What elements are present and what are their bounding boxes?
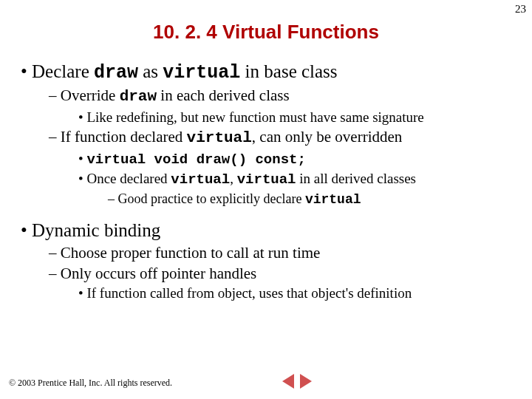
code-virtual: virtual [187,129,252,146]
slide-body: Declare draw as virtual in base class Ov… [21,60,517,302]
text: as [138,61,163,81]
text: Good practice to explicitly declare [118,191,305,206]
bullet-only-pointer: Only occurs off pointer handles [49,264,517,283]
text: , [230,171,237,186]
bullet-virtual-signature: virtual void draw() const; [78,150,517,169]
text: in each derived class [157,86,290,104]
text: Dynamic binding [32,220,160,240]
text: , can only be overridden [252,128,403,146]
text: If function called from object, uses tha… [86,285,412,301]
text: in all derived classes [296,171,417,186]
text: Like redefining, but new function must h… [86,109,423,125]
bullet-from-object: If function called from object, uses tha… [78,284,517,302]
bullet-like-redefining: Like redefining, but new function must h… [78,109,517,126]
footer: © 2003 Prentice Hall, Inc. All rights re… [9,378,523,389]
copyright-text: © 2003 Prentice Hall, Inc. All rights re… [9,378,172,389]
next-arrow-icon[interactable] [300,374,312,389]
text: Choose proper function to call at run ti… [61,244,321,262]
text: Only occurs off pointer handles [61,265,257,282]
bullet-choose-proper: Choose proper function to call at run ti… [49,243,517,262]
prev-arrow-icon[interactable] [282,374,294,389]
code-draw: draw [120,88,157,105]
nav-arrows [281,374,313,392]
code-virtual: virtual [305,192,361,207]
bullet-override-draw: Override draw in each derived class [49,86,517,106]
bullet-once-declared: Once declared virtual, virtual in all de… [78,170,517,189]
slide-title: 10. 2. 4 Virtual Functions [0,21,532,44]
text: in base class [240,61,337,81]
code-draw: draw [94,62,138,83]
bullet-declare-draw: Declare draw as virtual in base class [21,60,517,84]
text: Declare [32,61,94,81]
code-signature: virtual void draw() const; [86,151,305,168]
page-number: 23 [515,3,526,16]
code-virtual: virtual [171,171,230,188]
text: If function declared [61,128,187,146]
text: Once declared [86,171,171,186]
code-virtual: virtual [163,62,240,83]
bullet-dynamic-binding: Dynamic binding [21,219,517,242]
text: Override [61,86,120,104]
bullet-good-practice: Good practice to explicitly declare virt… [108,191,517,208]
bullet-if-declared-virtual: If function declared virtual, can only b… [49,127,517,148]
code-virtual: virtual [237,171,296,188]
